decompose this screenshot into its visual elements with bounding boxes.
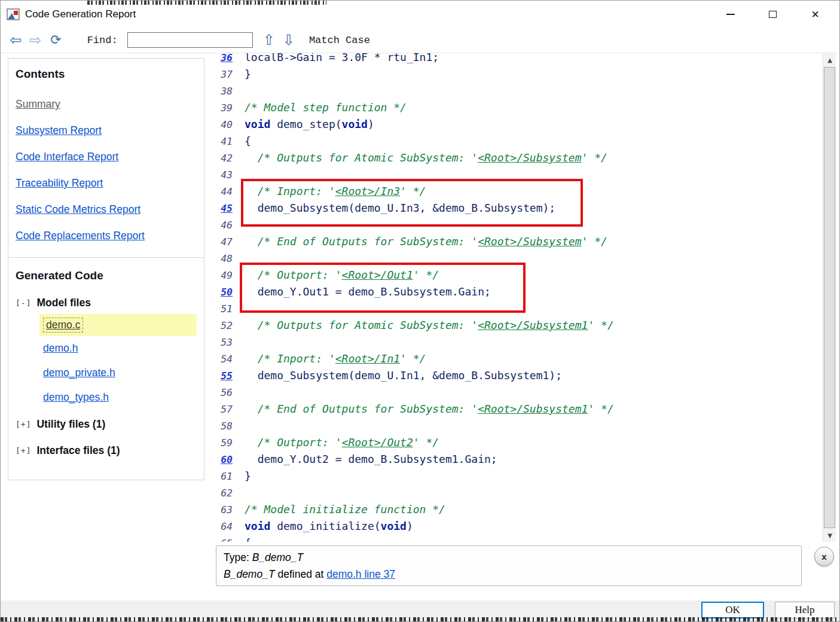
minimize-icon [726, 14, 735, 15]
line-number-51: 51 [216, 301, 233, 318]
file-groups: [+]Utility files (1)[+]Interface files (… [16, 414, 198, 460]
code-line-38: 38 [216, 83, 823, 99]
file-row: demo_types.h [16, 385, 198, 410]
code-segment: { [245, 135, 251, 147]
tooltip-close-button[interactable]: x [814, 547, 834, 566]
file-link-demo-h[interactable]: demo.h [43, 342, 78, 355]
file-link-demo-private-h[interactable]: demo_private.h [43, 367, 115, 379]
scroll-down-button[interactable]: ▼ [823, 529, 836, 542]
sidebar-link-subsystem-report[interactable]: Subsystem Report [16, 123, 102, 138]
tooltip-type-name: B_demo_T [252, 551, 304, 563]
scrollbar-thumb[interactable] [824, 67, 835, 528]
code-segment: /* End of Outputs for SubSystem: ' [245, 235, 478, 248]
tree-group-label: Utility files (1) [36, 418, 105, 431]
ok-button[interactable]: OK [701, 602, 764, 618]
tree-group-utility-files-1: [+]Utility files (1) [16, 414, 198, 434]
expand-icon[interactable]: [+] [16, 446, 31, 455]
tooltip-definition-link[interactable]: demo.h line 37 [326, 568, 395, 580]
code-line-59: 59 /* Outport: '<Root>/Out2' */ [216, 434, 823, 451]
help-button[interactable]: Help [775, 602, 835, 618]
sidebar-link-traceability-report[interactable]: Traceability Report [16, 176, 103, 190]
minimize-button[interactable] [709, 1, 752, 28]
code-trace-link[interactable]: <Root>/In3 [335, 185, 400, 197]
line-number-36[interactable]: 36 [216, 53, 233, 66]
code-line-51: 51 [216, 300, 823, 317]
refresh-icon[interactable]: ⟳ [50, 33, 61, 47]
code-segment: ' */ [582, 235, 607, 248]
code-trace-link[interactable]: <Root>/Out1 [342, 269, 413, 281]
code-line-58: 58 [216, 417, 823, 434]
sidebar-link-code-replacements-report[interactable]: Code Replacements Report [16, 228, 145, 243]
line-number-59: 59 [216, 435, 233, 452]
code-segment: demo_Y.Out1 = demo_B.Subsystem.Gain; [245, 285, 491, 298]
line-number-60[interactable]: 60 [216, 452, 233, 468]
find-previous-icon[interactable]: ⇧ [263, 33, 275, 47]
model-files-node: [-] Model files [16, 295, 198, 310]
line-number-50[interactable]: 50 [216, 284, 233, 301]
find-label: Find: [87, 35, 118, 46]
type-tooltip: Type: B_demo_T B_demo_T defined at demo.… [216, 545, 802, 586]
code-line-46: 46 [216, 217, 823, 233]
code-line-64: 64void demo_initialize(void) [216, 518, 823, 535]
model-files-list: demo.cdemo.hdemo_private.hdemo_types.h [16, 314, 198, 410]
sidebar-link-static-code-metrics-report[interactable]: Static Code Metrics Report [16, 202, 140, 217]
code-view: 36localB->Gain = 3.0F * rtu_In1;37}3839/… [216, 53, 823, 542]
maximize-icon [769, 11, 777, 18]
code-trace-link[interactable]: <Root>/In1 [335, 352, 400, 365]
vertical-scrollbar[interactable]: ▲ ▼ [823, 53, 836, 542]
expand-icon[interactable]: [+] [16, 420, 31, 429]
line-number-58: 58 [216, 418, 233, 435]
maximize-button[interactable] [752, 1, 794, 28]
find-input[interactable] [127, 32, 253, 48]
code-segment: ) [368, 118, 374, 130]
code-segment: demo_Y.Out2 = demo_B.Subsystem1.Gain; [245, 453, 497, 465]
line-number-55[interactable]: 55 [216, 368, 233, 385]
contents-links: SummarySubsystem ReportCode Interface Re… [16, 97, 198, 243]
line-number-61: 61 [216, 468, 233, 485]
code-segment: ' */ [413, 269, 439, 281]
code-lines: 36localB->Gain = 3.0F * rtu_In1;37}3839/… [216, 53, 823, 542]
file-row: demo.c [39, 314, 197, 336]
line-number-42: 42 [216, 150, 233, 167]
find-next-icon[interactable]: ⇩ [283, 33, 295, 47]
sidebar-link-code-interface-report[interactable]: Code Interface Report [16, 150, 118, 164]
line-number-46: 46 [216, 217, 233, 234]
code-trace-link[interactable]: <Root>/Subsystem1 [478, 403, 588, 415]
line-number-47: 47 [216, 234, 233, 251]
file-link-demo-types-h[interactable]: demo_types.h [43, 391, 109, 404]
forward-icon[interactable]: ⇨ [29, 33, 41, 47]
code-line-52: 52 /* Outputs for Atomic SubSystem: '<Ro… [216, 317, 823, 334]
generated-code-heading: Generated Code [16, 269, 198, 283]
line-number-45[interactable]: 45 [216, 200, 233, 217]
code-trace-link[interactable]: <Root>/Out2 [342, 436, 413, 449]
code-segment: /* Inport: ' [245, 185, 335, 197]
tooltip-type-label: Type: [224, 551, 252, 563]
code-line-54: 54 /* Inport: '<Root>/In1' */ [216, 350, 823, 367]
code-trace-link[interactable]: <Root>/Subsystem [478, 151, 581, 164]
tree-group-label: Interface files (1) [36, 444, 120, 457]
contents-heading: Contents [16, 67, 198, 81]
code-segment: demo_initialize( [270, 520, 380, 532]
code-trace-link[interactable]: <Root>/Subsystem1 [478, 319, 588, 331]
match-case-toggle[interactable]: Match Case [309, 35, 370, 46]
line-number-49: 49 [216, 267, 233, 284]
line-number-39: 39 [216, 100, 233, 117]
file-link-demo-c[interactable]: demo.c [43, 318, 83, 333]
close-button[interactable]: ✕ [794, 1, 836, 28]
code-line-41: 41{ [216, 133, 823, 150]
toolbar: ⇦ ⇨ ⟳ Find: ⇧ ⇩ Match Case [1, 28, 839, 53]
line-number-52: 52 [216, 318, 233, 334]
code-line-60: 60 demo_Y.Out2 = demo_B.Subsystem1.Gain; [216, 451, 823, 468]
tooltip-defined-at-text: defined at [275, 568, 327, 580]
code-trace-link[interactable]: <Root>/Subsystem [478, 235, 581, 248]
collapse-icon[interactable]: [-] [16, 298, 31, 307]
code-segment: void [245, 520, 270, 532]
back-icon[interactable]: ⇦ [10, 33, 22, 47]
window-controls: ✕ [709, 1, 836, 28]
sidebar-link-summary[interactable]: Summary [16, 97, 60, 111]
code-line-55: 55 demo_Subsystem(demo_U.In1, &demo_B.Su… [216, 367, 823, 384]
tree-group-interface-files-1: [+]Interface files (1) [16, 441, 198, 460]
scroll-up-button[interactable]: ▲ [823, 53, 836, 66]
code-segment: /* Model initialize function */ [245, 503, 445, 516]
code-generation-report-window: Code Generation Report ✕ ⇦ ⇨ ⟳ Find: ⇧ ⇩… [0, 0, 840, 622]
